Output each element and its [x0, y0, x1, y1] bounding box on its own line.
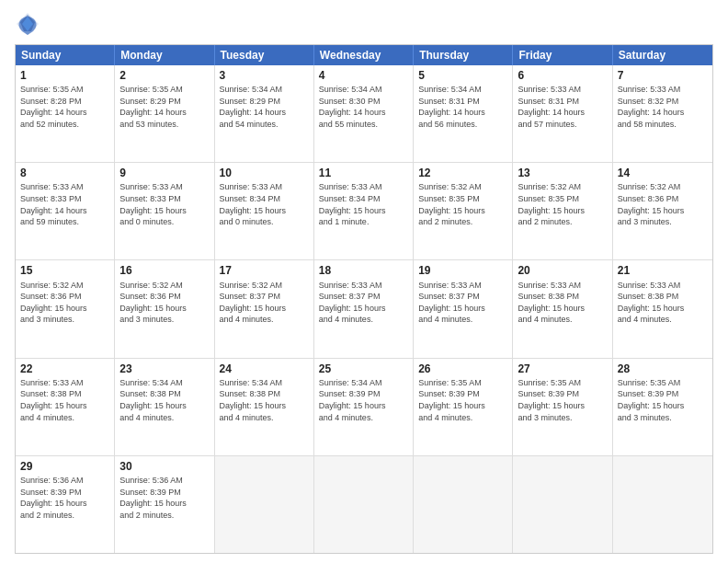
cal-header-monday: Monday	[115, 45, 214, 65]
cal-cell-18: 18Sunrise: 5:33 AM Sunset: 8:37 PM Dayli…	[314, 260, 414, 357]
cell-info: Sunrise: 5:32 AM Sunset: 8:36 PM Dayligh…	[119, 280, 209, 326]
cell-info: Sunrise: 5:33 AM Sunset: 8:38 PM Dayligh…	[20, 377, 109, 423]
cell-info: Sunrise: 5:33 AM Sunset: 8:32 PM Dayligh…	[618, 84, 708, 130]
header	[15, 11, 713, 37]
cal-cell-12: 12Sunrise: 5:32 AM Sunset: 8:35 PM Dayli…	[414, 163, 513, 259]
calendar-body: 1Sunrise: 5:35 AM Sunset: 8:28 PM Daylig…	[16, 65, 712, 553]
cal-cell-26: 26Sunrise: 5:35 AM Sunset: 8:39 PM Dayli…	[414, 359, 513, 455]
cal-header-sunday: Sunday	[16, 45, 115, 65]
day-number: 26	[418, 362, 507, 376]
cell-info: Sunrise: 5:35 AM Sunset: 8:39 PM Dayligh…	[418, 377, 507, 423]
cell-info: Sunrise: 5:32 AM Sunset: 8:35 PM Dayligh…	[418, 181, 507, 227]
cell-info: Sunrise: 5:34 AM Sunset: 8:30 PM Dayligh…	[319, 84, 408, 130]
day-number: 18	[319, 263, 408, 278]
day-number: 22	[20, 362, 109, 376]
cell-info: Sunrise: 5:35 AM Sunset: 8:39 PM Dayligh…	[618, 377, 708, 423]
cal-cell-empty	[513, 456, 612, 553]
logo	[15, 11, 44, 37]
cell-info: Sunrise: 5:32 AM Sunset: 8:35 PM Dayligh…	[518, 181, 607, 227]
cal-cell-3: 3Sunrise: 5:34 AM Sunset: 8:29 PM Daylig…	[215, 65, 314, 162]
cal-cell-21: 21Sunrise: 5:33 AM Sunset: 8:38 PM Dayli…	[613, 260, 712, 357]
cal-week-2: 8Sunrise: 5:33 AM Sunset: 8:33 PM Daylig…	[16, 163, 712, 260]
cell-info: Sunrise: 5:33 AM Sunset: 8:34 PM Dayligh…	[319, 181, 408, 227]
day-number: 8	[20, 166, 109, 180]
page: SundayMondayTuesdayWednesdayThursdayFrid…	[0, 0, 728, 563]
day-number: 30	[119, 459, 209, 474]
day-number: 13	[518, 166, 607, 180]
day-number: 15	[20, 263, 109, 278]
cal-cell-2: 2Sunrise: 5:35 AM Sunset: 8:29 PM Daylig…	[115, 65, 214, 162]
day-number: 17	[220, 263, 309, 278]
day-number: 24	[220, 362, 309, 376]
cell-info: Sunrise: 5:34 AM Sunset: 8:31 PM Dayligh…	[418, 84, 507, 130]
day-number: 9	[119, 166, 209, 180]
cell-info: Sunrise: 5:32 AM Sunset: 8:36 PM Dayligh…	[618, 181, 708, 227]
cal-week-4: 22Sunrise: 5:33 AM Sunset: 8:38 PM Dayli…	[16, 359, 712, 456]
day-number: 16	[119, 263, 209, 278]
cal-cell-20: 20Sunrise: 5:33 AM Sunset: 8:38 PM Dayli…	[513, 260, 612, 357]
cal-week-3: 15Sunrise: 5:32 AM Sunset: 8:36 PM Dayli…	[16, 260, 712, 358]
cell-info: Sunrise: 5:32 AM Sunset: 8:37 PM Dayligh…	[220, 280, 309, 326]
cal-cell-5: 5Sunrise: 5:34 AM Sunset: 8:31 PM Daylig…	[414, 65, 513, 162]
cell-info: Sunrise: 5:32 AM Sunset: 8:36 PM Dayligh…	[20, 280, 109, 326]
cell-info: Sunrise: 5:33 AM Sunset: 8:38 PM Dayligh…	[518, 280, 607, 326]
day-number: 5	[418, 68, 507, 83]
cal-cell-27: 27Sunrise: 5:35 AM Sunset: 8:39 PM Dayli…	[513, 359, 612, 455]
cal-header-wednesday: Wednesday	[314, 45, 414, 65]
cal-cell-8: 8Sunrise: 5:33 AM Sunset: 8:33 PM Daylig…	[16, 163, 115, 259]
day-number: 7	[618, 68, 708, 83]
day-number: 20	[518, 263, 607, 278]
cell-info: Sunrise: 5:36 AM Sunset: 8:39 PM Dayligh…	[20, 475, 109, 521]
day-number: 25	[319, 362, 408, 376]
cell-info: Sunrise: 5:35 AM Sunset: 8:28 PM Dayligh…	[20, 84, 109, 130]
logo-icon	[15, 11, 40, 37]
cal-cell-19: 19Sunrise: 5:33 AM Sunset: 8:37 PM Dayli…	[414, 260, 513, 357]
cal-cell-13: 13Sunrise: 5:32 AM Sunset: 8:35 PM Dayli…	[513, 163, 612, 259]
cal-week-1: 1Sunrise: 5:35 AM Sunset: 8:28 PM Daylig…	[16, 65, 712, 163]
cal-header-tuesday: Tuesday	[215, 45, 314, 65]
cal-cell-6: 6Sunrise: 5:33 AM Sunset: 8:31 PM Daylig…	[513, 65, 612, 162]
cal-cell-empty	[414, 456, 513, 553]
cell-info: Sunrise: 5:34 AM Sunset: 8:29 PM Dayligh…	[220, 84, 309, 130]
cell-info: Sunrise: 5:35 AM Sunset: 8:29 PM Dayligh…	[119, 84, 209, 130]
cal-cell-30: 30Sunrise: 5:36 AM Sunset: 8:39 PM Dayli…	[115, 456, 214, 553]
day-number: 23	[119, 362, 209, 376]
cal-cell-10: 10Sunrise: 5:33 AM Sunset: 8:34 PM Dayli…	[215, 163, 314, 259]
cell-info: Sunrise: 5:34 AM Sunset: 8:38 PM Dayligh…	[119, 377, 209, 423]
day-number: 3	[220, 68, 309, 83]
cal-cell-empty	[215, 456, 314, 553]
cal-cell-25: 25Sunrise: 5:34 AM Sunset: 8:39 PM Dayli…	[314, 359, 414, 455]
cal-cell-29: 29Sunrise: 5:36 AM Sunset: 8:39 PM Dayli…	[16, 456, 115, 553]
cal-cell-16: 16Sunrise: 5:32 AM Sunset: 8:36 PM Dayli…	[115, 260, 214, 357]
calendar: SundayMondayTuesdayWednesdayThursdayFrid…	[15, 44, 713, 554]
day-number: 29	[20, 459, 109, 474]
day-number: 2	[119, 68, 209, 83]
day-number: 4	[319, 68, 408, 83]
cal-header-saturday: Saturday	[613, 45, 712, 65]
cell-info: Sunrise: 5:34 AM Sunset: 8:38 PM Dayligh…	[220, 377, 309, 423]
cell-info: Sunrise: 5:33 AM Sunset: 8:37 PM Dayligh…	[319, 280, 408, 326]
cal-cell-empty	[613, 456, 712, 553]
day-number: 1	[20, 68, 109, 83]
day-number: 10	[220, 166, 309, 180]
cal-cell-1: 1Sunrise: 5:35 AM Sunset: 8:28 PM Daylig…	[16, 65, 115, 162]
day-number: 12	[418, 166, 507, 180]
day-number: 11	[319, 166, 408, 180]
cal-header-thursday: Thursday	[414, 45, 513, 65]
cal-cell-22: 22Sunrise: 5:33 AM Sunset: 8:38 PM Dayli…	[16, 359, 115, 455]
cal-cell-11: 11Sunrise: 5:33 AM Sunset: 8:34 PM Dayli…	[314, 163, 414, 259]
cell-info: Sunrise: 5:36 AM Sunset: 8:39 PM Dayligh…	[119, 475, 209, 521]
day-number: 6	[518, 68, 607, 83]
cell-info: Sunrise: 5:33 AM Sunset: 8:31 PM Dayligh…	[518, 84, 607, 130]
day-number: 14	[618, 166, 708, 180]
cell-info: Sunrise: 5:33 AM Sunset: 8:34 PM Dayligh…	[220, 181, 309, 227]
day-number: 27	[518, 362, 607, 376]
cal-cell-28: 28Sunrise: 5:35 AM Sunset: 8:39 PM Dayli…	[613, 359, 712, 455]
day-number: 21	[618, 263, 708, 278]
cal-cell-9: 9Sunrise: 5:33 AM Sunset: 8:33 PM Daylig…	[115, 163, 214, 259]
cell-info: Sunrise: 5:33 AM Sunset: 8:37 PM Dayligh…	[418, 280, 507, 326]
cell-info: Sunrise: 5:33 AM Sunset: 8:33 PM Dayligh…	[119, 181, 209, 227]
cal-cell-17: 17Sunrise: 5:32 AM Sunset: 8:37 PM Dayli…	[215, 260, 314, 357]
cal-header-friday: Friday	[513, 45, 612, 65]
cal-cell-23: 23Sunrise: 5:34 AM Sunset: 8:38 PM Dayli…	[115, 359, 214, 455]
